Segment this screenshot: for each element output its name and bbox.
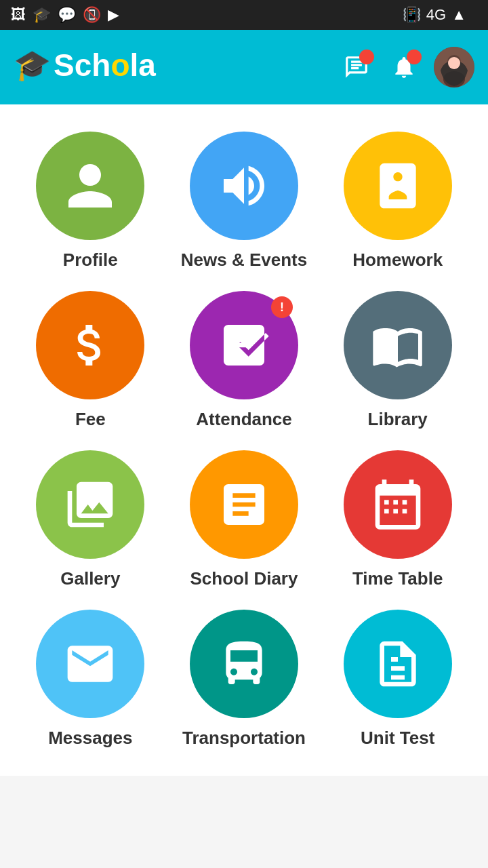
notifications-badge — [407, 50, 422, 64]
status-right-info: 📳 4G ▲ — [403, 6, 477, 24]
status-bar: 🖼 🎓 💬 📵 ▶ 📳 4G ▲ — [0, 0, 488, 30]
gallery-circle — [36, 450, 144, 559]
grid-item-messages[interactable]: Messages — [20, 610, 161, 749]
header-icons-area — [339, 47, 474, 87]
logo-text-block: 🎓 Schola — [14, 47, 156, 87]
messages-label: Messages — [48, 728, 132, 749]
grid-item-school-diary[interactable]: School Diary — [174, 450, 314, 589]
fee-label: Fee — [75, 409, 106, 430]
fee-circle — [36, 291, 144, 399]
notifications-button[interactable] — [386, 50, 422, 85]
transportation-label: Transportation — [182, 728, 306, 749]
homework-circle — [344, 132, 452, 240]
attendance-label: Attendance — [196, 409, 292, 430]
news-events-icon — [217, 159, 271, 213]
messages-circle — [36, 610, 144, 718]
whatsapp-icon: 💬 — [58, 6, 76, 24]
grid-item-profile[interactable]: Profile — [20, 132, 161, 271]
grid-item-homework[interactable]: Homework — [327, 132, 468, 271]
unit-test-label: Unit Test — [361, 728, 434, 749]
logo-area: 🎓 Schola — [14, 47, 156, 87]
library-circle — [344, 291, 452, 399]
grid-item-fee[interactable]: Fee — [20, 291, 161, 430]
user-avatar[interactable] — [434, 47, 474, 87]
attendance-circle: ! — [190, 291, 298, 399]
profile-circle — [36, 132, 144, 240]
photo-icon: 🖼 — [11, 6, 26, 24]
homework-label: Homework — [352, 250, 443, 271]
school-diary-circle — [190, 450, 298, 559]
grid-item-gallery[interactable]: Gallery — [20, 450, 161, 589]
fee-icon — [63, 318, 117, 372]
school-diary-label: School Diary — [190, 568, 298, 589]
news-events-label: News & Events — [181, 250, 307, 271]
grid-item-news-events[interactable]: News & Events — [174, 132, 314, 271]
transportation-circle — [190, 610, 298, 718]
app-name: Schola — [54, 50, 156, 81]
vibrate-icon: 📳 — [403, 6, 421, 24]
time-table-circle — [344, 450, 452, 559]
gallery-label: Gallery — [60, 568, 120, 589]
call-icon: 📵 — [83, 6, 101, 24]
grid-item-unit-test[interactable]: Unit Test — [327, 610, 468, 749]
gallery-icon — [63, 477, 117, 532]
status-left-icons: 🖼 🎓 💬 📵 ▶ — [11, 6, 119, 24]
unit-test-icon — [371, 637, 425, 691]
grid-item-time-table[interactable]: Time Table — [327, 450, 468, 589]
attendance-badge: ! — [271, 296, 293, 318]
messages-icon — [63, 637, 117, 691]
play-icon: ▶ — [108, 6, 119, 24]
grid-item-library[interactable]: Library — [327, 291, 468, 430]
homework-icon — [371, 159, 425, 213]
news-events-circle — [190, 132, 298, 240]
signal-icon: ▲ — [451, 6, 466, 24]
unit-test-circle — [344, 610, 452, 718]
grid-item-transportation[interactable]: Transportation — [174, 610, 314, 749]
profile-label: Profile — [63, 250, 118, 271]
school-icon: 🎓 — [33, 6, 51, 24]
cap-icon: 🎓 — [14, 47, 51, 83]
school-diary-icon — [217, 477, 271, 532]
svg-point-3 — [448, 57, 460, 69]
messages-badge — [359, 50, 374, 64]
attendance-icon — [217, 318, 271, 372]
grid-item-attendance[interactable]: ! Attendance — [174, 291, 314, 430]
avatar-image — [434, 47, 474, 87]
network-icon: 4G — [426, 6, 446, 24]
time-table-label: Time Table — [352, 568, 443, 589]
transportation-icon — [217, 637, 271, 691]
app-header: 🎓 Schola — [0, 30, 488, 104]
time-table-icon — [371, 477, 425, 532]
messages-button[interactable] — [339, 50, 374, 85]
profile-icon — [63, 159, 117, 213]
library-icon — [371, 318, 425, 372]
main-grid: Profile News & Events Homework Fee ! — [0, 104, 488, 776]
library-label: Library — [368, 409, 428, 430]
